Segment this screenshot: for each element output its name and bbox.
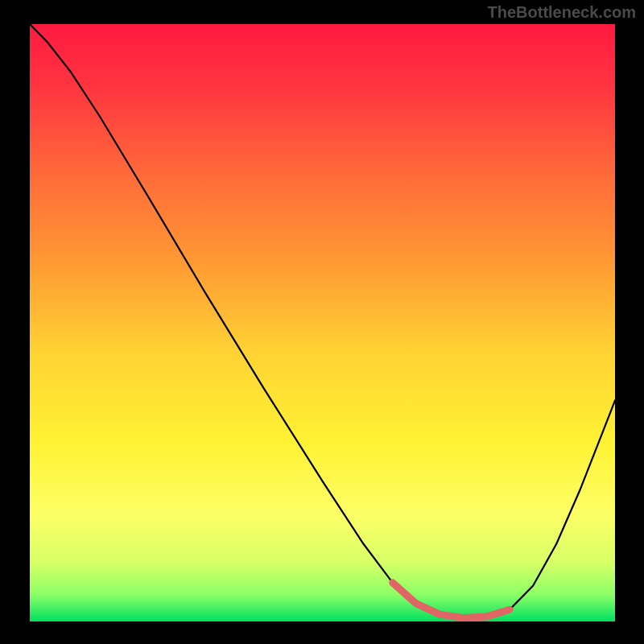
gradient-background xyxy=(30,24,615,621)
bottleneck-chart xyxy=(0,0,644,644)
chart-frame: TheBottleneck.com xyxy=(0,0,644,644)
